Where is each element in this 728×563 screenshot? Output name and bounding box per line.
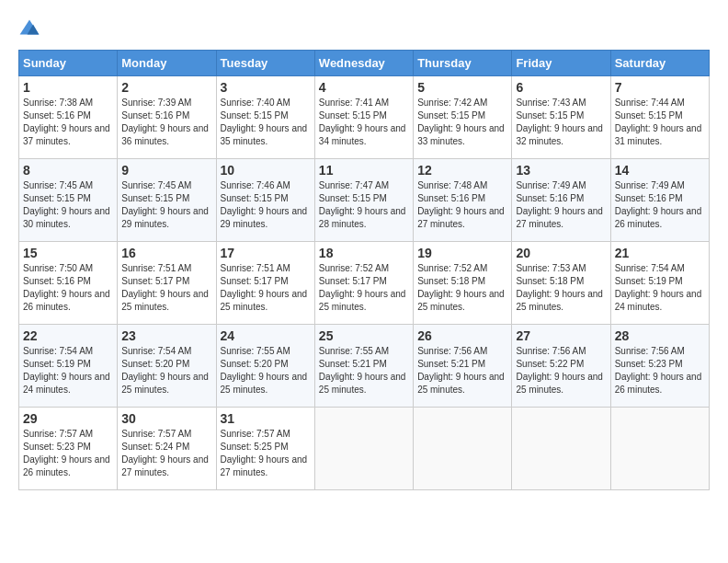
day-info: Sunrise: 7:57 AM Sunset: 5:23 PM Dayligh… [23, 428, 113, 479]
day-number: 2 [121, 80, 211, 95]
day-number: 5 [417, 80, 507, 95]
day-cell: 3 Sunrise: 7:40 AM Sunset: 5:15 PM Dayli… [216, 76, 314, 159]
day-cell: 6 Sunrise: 7:43 AM Sunset: 5:15 PM Dayli… [512, 76, 610, 159]
day-number: 15 [23, 246, 113, 260]
day-cell: 5 Sunrise: 7:42 AM Sunset: 5:15 PM Dayli… [414, 76, 512, 159]
day-number: 12 [417, 163, 507, 178]
day-info: Sunrise: 7:57 AM Sunset: 5:24 PM Dayligh… [121, 428, 211, 479]
day-cell: 12 Sunrise: 7:48 AM Sunset: 5:16 PM Dayl… [414, 159, 512, 242]
day-cell: 22 Sunrise: 7:54 AM Sunset: 5:19 PM Dayl… [19, 325, 118, 408]
day-info: Sunrise: 7:41 AM Sunset: 5:15 PM Dayligh… [319, 97, 409, 148]
day-number: 9 [121, 163, 211, 178]
day-number: 24 [221, 328, 311, 343]
day-number: 21 [615, 246, 705, 260]
day-cell: 20 Sunrise: 7:53 AM Sunset: 5:18 PM Dayl… [512, 242, 610, 325]
day-cell: 14 Sunrise: 7:49 AM Sunset: 5:16 PM Dayl… [610, 159, 709, 242]
day-info: Sunrise: 7:55 AM Sunset: 5:20 PM Dayligh… [221, 345, 311, 396]
day-cell: 27 Sunrise: 7:56 AM Sunset: 5:22 PM Dayl… [512, 325, 610, 408]
day-number: 6 [516, 80, 606, 95]
day-info: Sunrise: 7:56 AM Sunset: 5:23 PM Dayligh… [615, 345, 705, 396]
day-info: Sunrise: 7:43 AM Sunset: 5:15 PM Dayligh… [516, 97, 606, 148]
day-number: 7 [615, 80, 705, 95]
calendar-header-row: SundayMondayTuesdayWednesdayThursdayFrid… [19, 51, 710, 76]
day-cell: 7 Sunrise: 7:44 AM Sunset: 5:15 PM Dayli… [610, 76, 709, 159]
day-number: 1 [23, 80, 113, 95]
day-number: 31 [221, 411, 311, 426]
day-info: Sunrise: 7:53 AM Sunset: 5:18 PM Dayligh… [516, 262, 606, 314]
day-info: Sunrise: 7:49 AM Sunset: 5:16 PM Dayligh… [615, 179, 705, 231]
day-cell: 24 Sunrise: 7:55 AM Sunset: 5:20 PM Dayl… [216, 325, 314, 408]
day-number: 4 [319, 80, 409, 95]
day-number: 30 [121, 411, 211, 426]
day-cell: 15 Sunrise: 7:50 AM Sunset: 5:16 PM Dayl… [19, 242, 118, 325]
calendar-table: SundayMondayTuesdayWednesdayThursdayFrid… [18, 50, 710, 490]
day-number: 10 [221, 163, 311, 178]
day-number: 14 [615, 163, 705, 178]
day-cell: 25 Sunrise: 7:55 AM Sunset: 5:21 PM Dayl… [314, 325, 413, 408]
day-number: 26 [417, 328, 507, 343]
day-cell: 17 Sunrise: 7:51 AM Sunset: 5:17 PM Dayl… [216, 242, 314, 325]
day-number: 16 [121, 246, 211, 260]
day-info: Sunrise: 7:46 AM Sunset: 5:15 PM Dayligh… [221, 179, 311, 231]
day-info: Sunrise: 7:45 AM Sunset: 5:15 PM Dayligh… [121, 179, 211, 231]
day-cell: 21 Sunrise: 7:54 AM Sunset: 5:19 PM Dayl… [610, 242, 709, 325]
day-header-thursday: Thursday [414, 51, 512, 76]
day-number: 19 [417, 246, 507, 260]
day-number: 18 [319, 246, 409, 260]
day-info: Sunrise: 7:48 AM Sunset: 5:16 PM Dayligh… [417, 179, 507, 231]
day-cell: 23 Sunrise: 7:54 AM Sunset: 5:20 PM Dayl… [118, 325, 216, 408]
day-cell: 1 Sunrise: 7:38 AM Sunset: 5:16 PM Dayli… [19, 76, 118, 159]
day-info: Sunrise: 7:40 AM Sunset: 5:15 PM Dayligh… [221, 97, 311, 148]
day-cell: 2 Sunrise: 7:39 AM Sunset: 5:16 PM Dayli… [118, 76, 216, 159]
day-cell: 10 Sunrise: 7:46 AM Sunset: 5:15 PM Dayl… [216, 159, 314, 242]
day-number: 22 [23, 328, 113, 343]
day-info: Sunrise: 7:47 AM Sunset: 5:15 PM Dayligh… [319, 179, 409, 231]
page-header [18, 18, 710, 40]
day-number: 13 [516, 163, 606, 178]
day-info: Sunrise: 7:42 AM Sunset: 5:15 PM Dayligh… [417, 97, 507, 148]
day-cell: 13 Sunrise: 7:49 AM Sunset: 5:16 PM Dayl… [512, 159, 610, 242]
day-number: 11 [319, 163, 409, 178]
week-row-1: 1 Sunrise: 7:38 AM Sunset: 5:16 PM Dayli… [19, 76, 710, 159]
day-info: Sunrise: 7:56 AM Sunset: 5:22 PM Dayligh… [516, 345, 606, 396]
day-info: Sunrise: 7:52 AM Sunset: 5:18 PM Dayligh… [417, 262, 507, 314]
day-number: 23 [121, 328, 211, 343]
day-header-sunday: Sunday [19, 51, 118, 76]
day-info: Sunrise: 7:45 AM Sunset: 5:15 PM Dayligh… [23, 179, 113, 231]
logo-icon [18, 18, 40, 40]
day-number: 17 [221, 246, 311, 260]
day-cell: 16 Sunrise: 7:51 AM Sunset: 5:17 PM Dayl… [118, 242, 216, 325]
day-header-tuesday: Tuesday [216, 51, 314, 76]
day-number: 25 [319, 328, 409, 343]
day-info: Sunrise: 7:54 AM Sunset: 5:19 PM Dayligh… [615, 262, 705, 314]
day-info: Sunrise: 7:38 AM Sunset: 5:16 PM Dayligh… [23, 97, 113, 148]
day-info: Sunrise: 7:39 AM Sunset: 5:16 PM Dayligh… [121, 97, 211, 148]
day-header-friday: Friday [512, 51, 610, 76]
day-info: Sunrise: 7:54 AM Sunset: 5:19 PM Dayligh… [23, 345, 113, 396]
day-cell: 18 Sunrise: 7:52 AM Sunset: 5:17 PM Dayl… [314, 242, 413, 325]
day-info: Sunrise: 7:49 AM Sunset: 5:16 PM Dayligh… [516, 179, 606, 231]
day-cell: 26 Sunrise: 7:56 AM Sunset: 5:21 PM Dayl… [414, 325, 512, 408]
day-info: Sunrise: 7:50 AM Sunset: 5:16 PM Dayligh… [23, 262, 113, 314]
day-cell: 11 Sunrise: 7:47 AM Sunset: 5:15 PM Dayl… [314, 159, 413, 242]
day-cell [512, 408, 610, 490]
day-info: Sunrise: 7:55 AM Sunset: 5:21 PM Dayligh… [319, 345, 409, 396]
day-header-monday: Monday [118, 51, 216, 76]
day-info: Sunrise: 7:54 AM Sunset: 5:20 PM Dayligh… [121, 345, 211, 396]
day-cell [610, 408, 709, 490]
week-row-2: 8 Sunrise: 7:45 AM Sunset: 5:15 PM Dayli… [19, 159, 710, 242]
day-header-saturday: Saturday [610, 51, 709, 76]
week-row-5: 29 Sunrise: 7:57 AM Sunset: 5:23 PM Dayl… [19, 408, 710, 490]
day-cell: 19 Sunrise: 7:52 AM Sunset: 5:18 PM Dayl… [414, 242, 512, 325]
day-info: Sunrise: 7:44 AM Sunset: 5:15 PM Dayligh… [615, 97, 705, 148]
day-cell: 29 Sunrise: 7:57 AM Sunset: 5:23 PM Dayl… [19, 408, 118, 490]
day-cell: 4 Sunrise: 7:41 AM Sunset: 5:15 PM Dayli… [314, 76, 413, 159]
logo [18, 18, 44, 40]
day-cell [414, 408, 512, 490]
day-number: 29 [23, 411, 113, 426]
day-info: Sunrise: 7:51 AM Sunset: 5:17 PM Dayligh… [221, 262, 311, 314]
day-info: Sunrise: 7:56 AM Sunset: 5:21 PM Dayligh… [417, 345, 507, 396]
day-info: Sunrise: 7:52 AM Sunset: 5:17 PM Dayligh… [319, 262, 409, 314]
week-row-3: 15 Sunrise: 7:50 AM Sunset: 5:16 PM Dayl… [19, 242, 710, 325]
day-cell: 31 Sunrise: 7:57 AM Sunset: 5:25 PM Dayl… [216, 408, 314, 490]
